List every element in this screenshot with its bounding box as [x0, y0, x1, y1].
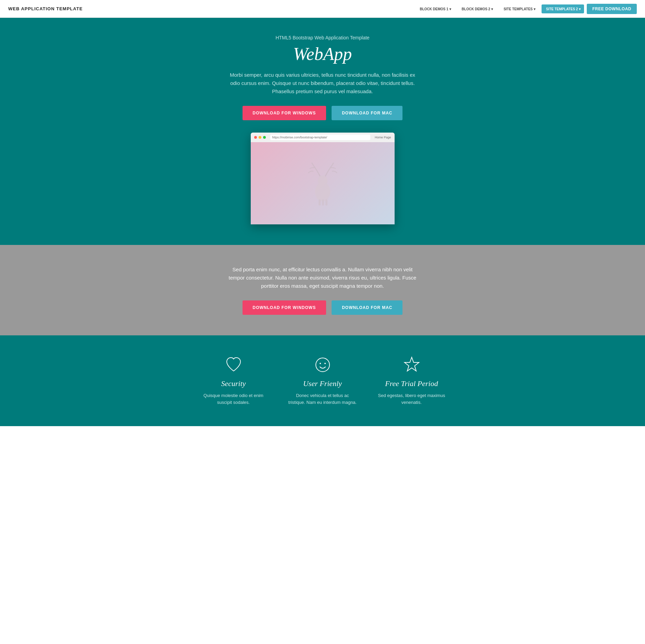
- brand: WEB APPLICATION TEMPLATE: [8, 6, 83, 11]
- feature-user-friendly-desc: Donec vehicula et tellus ac tristique. N…: [288, 392, 357, 406]
- navbar-right: BLOCK DEMOS 1▾ BLOCK DEMOS 2▾ SITE TEMPL…: [415, 4, 637, 14]
- nav-block-demos-2[interactable]: BLOCK DEMOS 2▾: [457, 4, 496, 13]
- browser-dot-red: [254, 136, 257, 139]
- svg-point-1: [315, 182, 330, 201]
- svg-rect-4: [325, 199, 327, 206]
- browser-mockup: https://mobirise.com/bootstrap-template/…: [251, 133, 395, 224]
- hero-buttons: DOWNLOAD FOR WINDOWS DOWNLOAD FOR MAC: [7, 106, 638, 120]
- feature-free-trial: Free Trial Period Sed egestas, libero eg…: [377, 356, 446, 406]
- browser-url: https://mobirise.com/bootstrap-template/: [270, 135, 370, 140]
- feature-security-desc: Quisque molestie odio et enim suscipit s…: [199, 392, 268, 406]
- hero-subtitle: HTML5 Bootstrap Web Application Template: [7, 35, 638, 40]
- browser-dot-green: [263, 136, 266, 139]
- hero-description: Morbi semper, arcu quis varius ultricies…: [227, 71, 419, 96]
- browser-bar: https://mobirise.com/bootstrap-template/…: [251, 133, 395, 142]
- browser-content: [251, 142, 395, 224]
- hero-section: HTML5 Bootstrap Web Application Template…: [0, 18, 645, 245]
- gray-download-mac-button[interactable]: DOWNLOAD FOR MAC: [332, 300, 402, 315]
- svg-rect-3: [322, 199, 324, 206]
- browser-home-text: Home Page: [375, 136, 391, 139]
- gray-description: Sed porta enim nunc, at efficitur lectus…: [227, 265, 419, 290]
- feature-free-trial-title: Free Trial Period: [377, 379, 446, 388]
- deer-illustration: [302, 161, 343, 206]
- feature-user-friendly: User Frienly Donec vehicula et tellus ac…: [288, 356, 357, 406]
- hero-download-mac-button[interactable]: DOWNLOAD FOR MAC: [332, 106, 402, 120]
- feature-security: Security Quisque molestie odio et enim s…: [199, 356, 268, 406]
- hero-download-windows-button[interactable]: DOWNLOAD FOR WINDOWS: [243, 106, 326, 120]
- svg-rect-2: [319, 199, 321, 206]
- gray-section: Sed porta enim nunc, at efficitur lectus…: [0, 245, 645, 335]
- hero-title: WebApp: [7, 44, 638, 64]
- free-download-button[interactable]: FREE DOWNLOAD: [587, 4, 637, 14]
- nav-block-demos-1[interactable]: BLOCK DEMOS 1▾: [415, 4, 454, 13]
- svg-point-6: [320, 363, 321, 364]
- gray-buttons: DOWNLOAD FOR WINDOWS DOWNLOAD FOR MAC: [7, 300, 638, 315]
- features-section: Security Quisque molestie odio et enim s…: [0, 335, 645, 426]
- feature-user-friendly-title: User Frienly: [288, 379, 357, 388]
- nav-site-templates-2-active[interactable]: SITE TEMPLATES 2▾: [542, 4, 584, 13]
- nav-site-templates[interactable]: SITE TEMPLATES▾: [499, 4, 539, 13]
- navbar: WEB APPLICATION TEMPLATE BLOCK DEMOS 1▾ …: [0, 0, 645, 18]
- browser-dot-yellow: [259, 136, 261, 139]
- svg-marker-8: [405, 357, 419, 371]
- feature-security-title: Security: [199, 379, 268, 388]
- svg-point-5: [316, 358, 330, 372]
- svg-point-7: [324, 363, 326, 364]
- feature-free-trial-desc: Sed egestas, libero eget maximus venenat…: [377, 392, 446, 406]
- smile-icon: [288, 356, 357, 374]
- star-icon: [377, 356, 446, 374]
- gray-download-windows-button[interactable]: DOWNLOAD FOR WINDOWS: [243, 300, 326, 315]
- heart-icon: [199, 356, 268, 374]
